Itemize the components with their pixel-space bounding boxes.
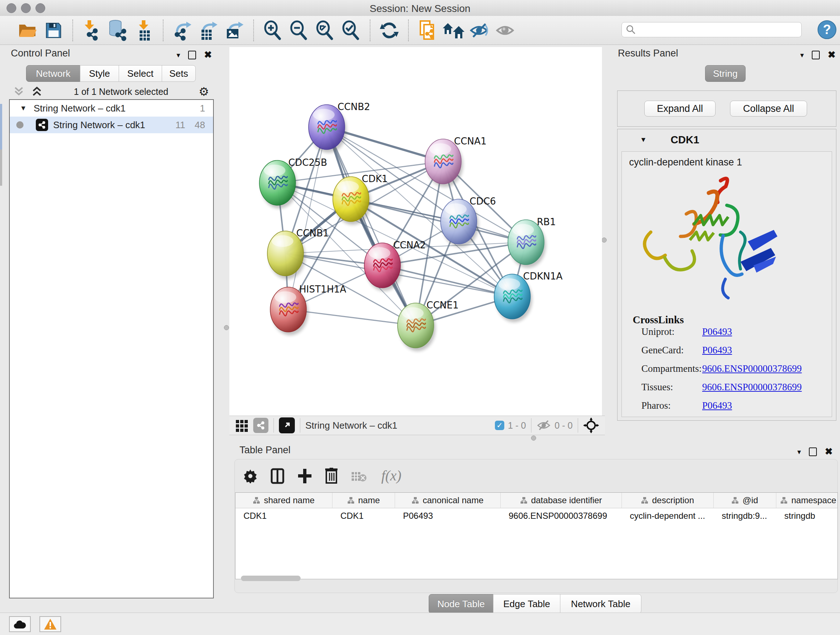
crosslink-value[interactable]: P06493 bbox=[702, 345, 732, 356]
search-field[interactable] bbox=[622, 22, 802, 37]
network-node-cdkn1a[interactable]: CDKN1A bbox=[494, 271, 562, 322]
network-node-ccnb2[interactable]: CCNB2 bbox=[309, 101, 370, 153]
network-node-rb1[interactable]: RB1 bbox=[508, 217, 556, 268]
tab-edge-table[interactable]: Edge Table bbox=[493, 594, 561, 614]
network-node-cdc6[interactable]: CDC6 bbox=[441, 196, 496, 247]
zoom-fit-button[interactable] bbox=[312, 18, 338, 43]
column-header-description[interactable]: description bbox=[622, 493, 714, 508]
network-options-gear-icon[interactable]: ⚙ bbox=[199, 86, 209, 97]
string-view-icon[interactable] bbox=[253, 418, 268, 433]
left-splitter-handle[interactable] bbox=[224, 325, 229, 330]
column-header-canonical-name[interactable]: canonical name bbox=[395, 493, 501, 508]
column-header-shared-name[interactable]: shared name bbox=[235, 493, 332, 508]
column-label: name bbox=[358, 495, 380, 505]
table-row[interactable]: CDK1CDK1P064939606.ENSP00000378699cyclin… bbox=[235, 508, 837, 524]
tab-network-table[interactable]: Network Table bbox=[560, 594, 641, 614]
split-columns-button[interactable] bbox=[271, 468, 284, 484]
tab-string[interactable]: String bbox=[705, 65, 745, 82]
table-settings-button[interactable] bbox=[243, 469, 257, 483]
network-collection-row[interactable]: ▼ String Network – cdk1 1 bbox=[10, 100, 213, 117]
node-table[interactable]: shared namenamecanonical namedatabase id… bbox=[235, 492, 838, 579]
network-node-ccna2[interactable]: CCNA2 bbox=[364, 240, 426, 291]
function-builder-button[interactable]: f(x) bbox=[380, 467, 403, 485]
search-input[interactable] bbox=[636, 24, 798, 35]
help-button[interactable]: ? bbox=[818, 20, 836, 39]
network-node-ccna1[interactable]: CCNA1 bbox=[425, 136, 486, 187]
column-header-name[interactable]: name bbox=[332, 493, 395, 508]
results-buttons-box: Expand All Collapse All bbox=[617, 90, 836, 127]
float-panel-icon[interactable] bbox=[188, 51, 196, 59]
open-session-button[interactable] bbox=[14, 18, 41, 43]
bottom-splitter-handle[interactable] bbox=[531, 435, 536, 440]
table-hscrollbar[interactable] bbox=[238, 575, 835, 582]
open-view-in-window-icon[interactable] bbox=[279, 417, 295, 433]
network-node-hist1h1a[interactable]: HIST1H1A bbox=[270, 284, 346, 335]
import-table-button[interactable] bbox=[131, 18, 157, 43]
expand-all-networks-icon[interactable] bbox=[12, 86, 25, 98]
home-button[interactable] bbox=[441, 18, 467, 43]
collapse-panel-icon[interactable]: ▾ bbox=[177, 51, 180, 59]
column-header-database-identifier[interactable]: database identifier bbox=[501, 493, 622, 508]
warning-status-button[interactable] bbox=[39, 616, 61, 632]
network-row[interactable]: String Network – cdk1 11 48 bbox=[10, 117, 213, 133]
network-node-cdc25b[interactable]: CDC25B bbox=[259, 157, 327, 209]
collapse-all-networks-icon[interactable] bbox=[30, 86, 43, 98]
clone-network-button[interactable] bbox=[415, 18, 441, 43]
expander-triangle-icon[interactable]: ▼ bbox=[20, 104, 31, 112]
crosslink-value[interactable]: P06493 bbox=[702, 400, 732, 411]
birds-eye-view-icon[interactable] bbox=[583, 417, 599, 433]
tab-sets[interactable]: Sets bbox=[162, 65, 196, 82]
hide-selected-button[interactable] bbox=[467, 18, 493, 43]
expand-all-button[interactable]: Expand All bbox=[644, 101, 715, 117]
right-splitter-handle[interactable] bbox=[602, 238, 607, 242]
tab-select[interactable]: Select bbox=[118, 65, 162, 82]
export-network-button[interactable] bbox=[169, 18, 195, 43]
export-image-button[interactable] bbox=[221, 18, 248, 43]
hide-selected-icon bbox=[469, 22, 491, 39]
entry-expander-icon[interactable]: ▼ bbox=[640, 136, 647, 144]
delete-table-button[interactable] bbox=[351, 470, 367, 482]
import-network-button[interactable] bbox=[79, 18, 105, 43]
import-database-button[interactable] bbox=[105, 18, 131, 43]
export-table-button[interactable] bbox=[195, 18, 221, 43]
zoom-in-button[interactable] bbox=[260, 18, 286, 43]
entry-header[interactable]: ▼ CDK1 bbox=[617, 129, 836, 150]
delete-column-button[interactable] bbox=[325, 468, 338, 485]
node-label: CCNB2 bbox=[338, 101, 370, 112]
close-panel-icon[interactable]: ✖ bbox=[204, 49, 212, 60]
crosslink-value[interactable]: 9606.ENSP00000378699 bbox=[702, 363, 802, 374]
add-column-button[interactable] bbox=[297, 468, 312, 484]
network-graph[interactable]: CCNB2CCNA1CDC25BCDK1CDC6RB1CCNB1CCNA2CDK… bbox=[229, 47, 602, 416]
save-session-button[interactable] bbox=[41, 18, 66, 43]
delete-column-icon bbox=[325, 468, 338, 485]
help-icon: ? bbox=[823, 22, 831, 37]
crosslink-value[interactable]: 9606.ENSP00000378699 bbox=[702, 382, 802, 393]
column-header--id[interactable]: @id bbox=[714, 493, 776, 508]
collapse-all-button[interactable]: Collapse All bbox=[730, 101, 807, 117]
network-node-ccne1[interactable]: CCNE1 bbox=[398, 300, 459, 351]
table-toolbar: f(x) bbox=[243, 465, 403, 487]
zoom-selected-button[interactable] bbox=[338, 18, 364, 43]
close-panel-icon[interactable]: ✖ bbox=[825, 446, 833, 457]
tab-node-table[interactable]: Node Table bbox=[429, 594, 493, 614]
grid-view-icon[interactable] bbox=[234, 418, 249, 433]
cloud-status-button[interactable] bbox=[9, 616, 31, 632]
close-panel-icon[interactable]: ✖ bbox=[828, 49, 836, 60]
refresh-button[interactable] bbox=[376, 18, 402, 43]
show-all-button[interactable] bbox=[493, 18, 519, 43]
zoom-out-button[interactable] bbox=[286, 18, 312, 43]
float-panel-icon[interactable] bbox=[812, 51, 820, 59]
selected-nodes-checkbox[interactable]: ✓ bbox=[495, 421, 504, 430]
network-list: ▼ String Network – cdk1 1 String Network… bbox=[9, 99, 214, 599]
network-canvas[interactable]: CCNB2CCNA1CDC25BCDK1CDC6RB1CCNB1CCNA2CDK… bbox=[229, 47, 602, 416]
entry-name: CDK1 bbox=[671, 134, 699, 146]
column-tree-icon bbox=[731, 497, 739, 504]
collapse-panel-icon[interactable]: ▾ bbox=[797, 448, 801, 456]
crosslink-value[interactable]: P06493 bbox=[702, 326, 732, 337]
table-hscroll-thumb[interactable] bbox=[241, 576, 301, 581]
collapse-panel-icon[interactable]: ▾ bbox=[800, 51, 804, 59]
column-header-namespace[interactable]: namespace bbox=[776, 493, 838, 508]
tab-network[interactable]: Network bbox=[26, 65, 80, 82]
float-panel-icon[interactable] bbox=[809, 448, 817, 456]
tab-style[interactable]: Style bbox=[80, 65, 119, 82]
